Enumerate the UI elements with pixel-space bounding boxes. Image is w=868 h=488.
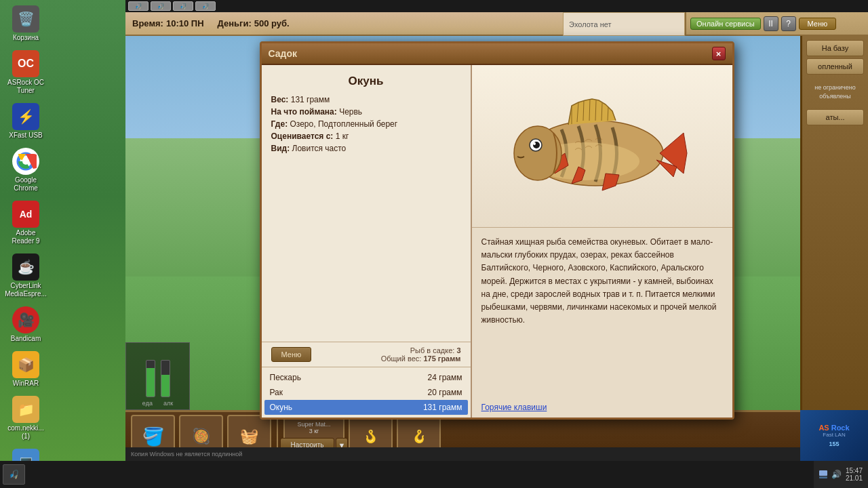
modal-close-button[interactable]: × xyxy=(712,47,726,60)
modal-menu-button[interactable]: Меню xyxy=(271,347,312,362)
fish-stats-section: Меню Рыб в садке: 3 Общий вес: 175 грамм xyxy=(262,342,471,367)
estimated-label: Оценивается с: xyxy=(271,131,334,141)
fish-count-area: Рыб в садке: 3 Общий вес: 175 грамм xyxy=(381,346,461,363)
icon-com-nekki[interactable]: 📁 com.nekki... (1) xyxy=(3,393,49,443)
modal-overlay: Садок × Окунь Вес: 131 грамм На чт xyxy=(125,0,868,461)
icon-chrome[interactable]: Google Chrome xyxy=(3,145,49,195)
peskar-name: Пескарь xyxy=(270,373,301,382)
svg-point-2 xyxy=(22,158,29,165)
volume-icons: 🔊 xyxy=(831,470,842,479)
modal-titlebar: Садок × xyxy=(262,43,732,65)
taskbar: 🎣 🔊 15:47 21.01 xyxy=(0,461,868,488)
fish-list: Пескарь 24 грамм Рак 20 грамм Окунь 131 … xyxy=(262,367,471,418)
icon-adobe[interactable]: Ad Adobe Reader 9 xyxy=(3,198,49,248)
icon-bandicam[interactable]: 🎥 Bandicam xyxy=(3,304,49,346)
modal-title: Садок xyxy=(269,48,298,59)
icon-winrar[interactable]: 📦 WinRAR xyxy=(3,348,49,390)
modal-body: Окунь Вес: 131 грамм На что поймана: Чер… xyxy=(262,65,732,418)
hotkeys-link[interactable]: Горячие клавиши xyxy=(472,397,732,418)
taskbar-clock: 15:47 21.01 xyxy=(846,467,863,482)
clock-date: 21.01 xyxy=(846,474,863,482)
desktop: 🗑️ Корзина OC ASRock OC Tuner ⚡ XFast US… xyxy=(0,0,868,488)
fish-description: Стайная хищная рыба семейства окуневых. … xyxy=(472,228,732,397)
weight-label: Вес: xyxy=(271,95,289,104)
okun-weight: 131 грамм xyxy=(423,403,462,412)
fish-caught-on-line: На что поймана: Червь xyxy=(271,107,461,117)
peskar-weight: 24 грамм xyxy=(428,373,462,382)
taskbar-right: 🔊 15:47 21.01 xyxy=(814,461,868,488)
list-item-okun[interactable]: Окунь 131 грамм xyxy=(264,400,468,415)
list-item-peskar[interactable]: Пескарь 24 грамм xyxy=(264,370,468,385)
sadok-modal: Садок × Окунь Вес: 131 грамм На чт xyxy=(260,41,734,420)
network-icon-1 xyxy=(819,470,827,476)
desktop-icons-panel: 🗑️ Корзина OC ASRock OC Tuner ⚡ XFast US… xyxy=(0,0,51,488)
where-label: Где: xyxy=(271,119,288,129)
taskbar-game-item[interactable]: 🎣 xyxy=(3,464,25,485)
fish-where-line: Где: Озеро, Подтопленный берег xyxy=(271,119,461,129)
fish-image-area xyxy=(472,65,732,228)
taskbar-items: 🎣 xyxy=(0,461,25,488)
fish-count-line: Рыб в садке: 3 xyxy=(381,346,461,354)
total-weight-line: Общий вес: 175 грамм xyxy=(381,354,461,363)
modal-left-panel: Окунь Вес: 131 грамм На что поймана: Чер… xyxy=(262,65,472,418)
rak-name: Рак xyxy=(270,388,283,397)
icon-asrock[interactable]: OC ASRock OC Tuner xyxy=(3,47,49,98)
rak-weight: 20 грамм xyxy=(428,388,462,397)
icon-cyberlink[interactable]: ☕ CyberLink MediaEspre... xyxy=(3,251,49,301)
modal-right-panel: Стайная хищная рыба семейства окуневых. … xyxy=(472,65,732,418)
icon-korzina[interactable]: 🗑️ Корзина xyxy=(3,3,49,45)
taskbar-game-icon: 🎣 xyxy=(9,470,19,479)
volume-icon: 🔊 xyxy=(831,470,842,479)
fish-estimated-line: Оценивается с: 1 кг xyxy=(271,131,461,141)
fish-illustration xyxy=(507,85,697,207)
okun-name: Окунь xyxy=(270,403,293,412)
fish-name-heading: Окунь xyxy=(271,75,461,88)
list-item-rak[interactable]: Рак 20 грамм xyxy=(264,385,468,400)
svg-point-15 xyxy=(533,142,536,145)
fish-info-section: Окунь Вес: 131 грамм На что поймана: Чер… xyxy=(262,65,471,342)
fish-type-line: Вид: Ловится часто xyxy=(271,144,461,153)
caught-on-label: На что поймана: xyxy=(271,107,337,117)
network-icons xyxy=(819,470,827,479)
network-icon-2 xyxy=(819,476,827,479)
type-label: Вид: xyxy=(271,144,290,153)
clock-time: 15:47 xyxy=(846,467,863,474)
fish-weight-line: Вес: 131 грамм xyxy=(271,95,461,104)
icon-xfast[interactable]: ⚡ XFast USB xyxy=(3,100,49,142)
